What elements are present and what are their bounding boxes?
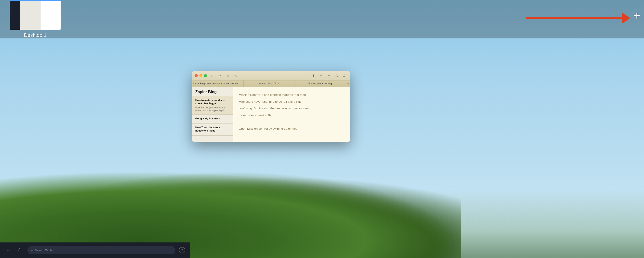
blog-item-2[interactable]: How Zoom became a household name: [192, 124, 233, 136]
traffic-lights: [195, 74, 207, 77]
search-icon[interactable]: ⌕: [225, 73, 231, 79]
desktop-1-container[interactable]: Desktop 1: [9, 0, 61, 38]
font-icon[interactable]: A: [334, 72, 340, 79]
notes-line-3: confusing. But it's also the best way to…: [239, 106, 309, 110]
chevron-icon[interactable]: ▾: [217, 73, 223, 79]
arrow-annotation: [526, 12, 630, 24]
notes-line-1: Mission Control is one of those features…: [239, 93, 306, 96]
zapier-bottom-bar: ← ⏱ ⌕ Search Zapier ?: [0, 242, 190, 258]
close-button[interactable]: [195, 74, 198, 77]
blog-item-0-excerpt: Ever feel like your computer's screen ju…: [195, 106, 230, 112]
tab-2[interactable]: Friday Update · Writing:: [295, 80, 346, 87]
search-icon: ⌕: [31, 248, 33, 252]
share-icon[interactable]: ⬆: [310, 72, 316, 79]
mac-window: ⊞ ▾ ⌕ ✎ ⬆ ↺ ≡ A 🖇 Zapier Blog · How to m…: [192, 71, 350, 142]
mission-control-bar: Desktop 1 +: [0, 0, 644, 38]
toolbar-right: ⬆ ↺ ≡ A 🖇: [310, 72, 348, 79]
arrow-head: [622, 12, 630, 24]
arrow-line: [526, 17, 622, 19]
tab-bar: Zapier Blog · How to make your Mac's scr…: [192, 80, 350, 87]
blog-item-1[interactable]: Google My Business: [192, 114, 233, 124]
nav-back-icon[interactable]: ←: [4, 246, 12, 254]
tab-add[interactable]: +: [346, 80, 350, 87]
blog-item-2-title: How Zoom became a household name: [195, 126, 230, 132]
blog-item-0[interactable]: How to make your Mac's screen feel bigge…: [192, 96, 233, 114]
refresh-icon[interactable]: ↺: [318, 72, 324, 79]
add-desktop-button[interactable]: +: [634, 10, 640, 22]
blog-item-0-title: How to make your Mac's screen feel bigge…: [195, 98, 230, 105]
notes-panel: Mission Control is one of those features…: [233, 87, 350, 142]
nav-history-icon[interactable]: ⏱: [16, 246, 24, 254]
help-icon[interactable]: ?: [179, 247, 185, 254]
zapier-search-bar[interactable]: ⌕ Search Zapier: [28, 246, 175, 254]
window-body: Zapier Blog How to make your Mac's scree…: [192, 87, 350, 142]
notes-line-2: Mac users never use, and to be fair it i…: [239, 100, 302, 104]
zapier-blog-header: Zapier Blog: [192, 87, 233, 96]
compose-icon[interactable]: ✎: [232, 73, 238, 79]
titlebar-tools: ⊞ ▾ ⌕ ✎: [209, 73, 238, 79]
tab-0[interactable]: Zapier Blog · How to make your Mac's scr…: [192, 80, 244, 87]
notes-line-5: Open Mission control by swiping up on yo…: [239, 127, 298, 130]
window-titlebar: ⊞ ▾ ⌕ ✎ ⬆ ↺ ≡ A 🖇: [192, 71, 350, 80]
view-switcher-icon[interactable]: ⊞: [209, 73, 215, 79]
minimize-button[interactable]: [200, 74, 202, 77]
attach-icon[interactable]: 🖇: [341, 72, 348, 79]
notes-line-4: more room to work with.: [239, 114, 272, 117]
desktop-1-thumbnail[interactable]: [9, 0, 61, 30]
zapier-blog-panel: Zapier Blog How to make your Mac's scree…: [192, 87, 233, 142]
maximize-button[interactable]: [204, 74, 207, 77]
list-icon[interactable]: ≡: [326, 72, 332, 79]
tab-1[interactable]: Journal · 2020-05-14: [244, 80, 295, 87]
desktop-1-label: Desktop 1: [24, 32, 46, 38]
blog-item-1-title: Google My Business: [195, 117, 230, 120]
notes-content: Mission Control is one of those features…: [239, 92, 344, 132]
search-placeholder: Search Zapier: [35, 248, 54, 252]
